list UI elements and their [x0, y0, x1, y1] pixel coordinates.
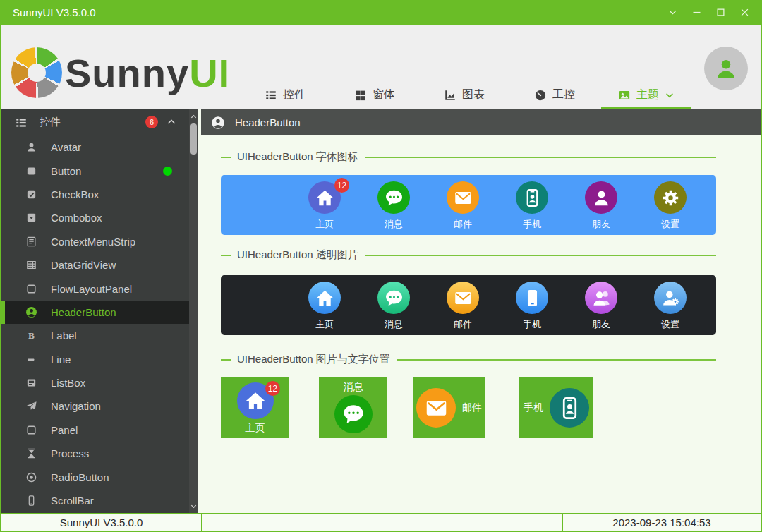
- sidebar: 控件 6 AvatarButtonCheckBoxComboboxContext…: [1, 109, 198, 513]
- tile-button-消息[interactable]: 消息: [319, 377, 387, 438]
- header-button-主页[interactable]: 主页: [290, 282, 359, 335]
- header-button-手机[interactable]: 手机: [497, 282, 567, 335]
- scrollbar-icon: [25, 495, 38, 507]
- menu-list-icon: [15, 116, 28, 129]
- app-header: SunnyUI 控件窗体图表工控主题: [1, 25, 761, 109]
- header-button-消息[interactable]: 消息: [359, 282, 428, 335]
- close-icon[interactable]: [737, 5, 752, 20]
- sidebar-list: AvatarButtonCheckBoxComboboxContextMenuS…: [1, 135, 189, 513]
- tile-button-手机[interactable]: 手机: [519, 377, 593, 438]
- minimize-icon[interactable]: [689, 5, 704, 20]
- section-title-font-icons: UIHeaderButton 字体图标: [221, 150, 716, 164]
- status-dot: [163, 167, 172, 176]
- page-header: HeaderButton: [201, 109, 761, 135]
- header-button-朋友[interactable]: 朋友: [567, 282, 636, 335]
- radio-icon: [25, 471, 38, 483]
- datagrid-icon: [25, 259, 38, 271]
- chevron-up-icon[interactable]: [166, 116, 177, 128]
- sidebar-item-contextmenustrip[interactable]: ContextMenuStrip: [1, 230, 189, 253]
- tile-button-邮件[interactable]: 邮件: [413, 377, 485, 438]
- sidebar-header[interactable]: 控件 6: [1, 109, 198, 135]
- sidebar-item-datagridview[interactable]: DataGridView: [1, 253, 189, 277]
- phone-icon: [516, 282, 548, 314]
- sidebar-item-line[interactable]: Line: [1, 348, 189, 371]
- button-icon: [25, 165, 38, 177]
- position-tiles: 主页12消息邮件手机: [221, 377, 716, 438]
- status-datetime: 2023-09-23 15:04:53: [563, 514, 761, 531]
- sidebar-item-checkbox[interactable]: CheckBox: [1, 183, 189, 206]
- app-window: SunnyUI V3.5.0.0 SunnyUI 控件窗体图表工控主题: [0, 0, 762, 532]
- header-button-邮件[interactable]: 邮件: [428, 181, 497, 235]
- chat-icon: [377, 282, 410, 314]
- notification-badge: 12: [334, 178, 349, 193]
- windows-icon: [354, 89, 367, 102]
- page-content: UIHeaderButton 字体图标 12主页消息邮件手机朋友设置 UIHea…: [198, 150, 761, 438]
- chat-icon: [377, 181, 410, 214]
- maximize-icon[interactable]: [713, 5, 728, 20]
- home-icon: [308, 282, 341, 314]
- sidebar-header-label: 控件: [40, 116, 61, 129]
- user-avatar[interactable]: [704, 47, 748, 90]
- scroll-up-icon[interactable]: [189, 111, 198, 122]
- headerbutton-panel-blue: 12主页消息邮件手机朋友设置: [221, 175, 716, 235]
- statusbar: SunnyUI V3.5.0.0 2023-09-23 15:04:53: [1, 513, 761, 531]
- header-button-设置[interactable]: 设置: [636, 282, 705, 335]
- line-icon: [25, 353, 38, 365]
- sidebar-item-avatar[interactable]: Avatar: [1, 135, 189, 159]
- phone-person-icon: [550, 388, 589, 428]
- header-button-朋友[interactable]: 朋友: [567, 181, 636, 235]
- sidebar-item-combobox[interactable]: Combobox: [1, 206, 189, 229]
- person-gear-icon: [654, 282, 687, 314]
- sidebar-item-label[interactable]: BLabel: [1, 324, 189, 347]
- svg-text:B: B: [28, 330, 35, 341]
- nav-tab-controls[interactable]: 控件: [240, 80, 330, 109]
- logo-text: SunnyUI: [65, 53, 230, 94]
- headerbutton-panel-dark: 主页消息邮件手机朋友设置: [221, 275, 716, 335]
- panel-icon: [25, 424, 38, 436]
- phone-person-icon: [516, 181, 548, 214]
- tile-button-主页[interactable]: 主页12: [221, 377, 289, 438]
- image-icon: [618, 89, 631, 102]
- mail-icon: [416, 388, 456, 428]
- person-circle-icon: [211, 116, 225, 130]
- sidebar-item-headerbutton[interactable]: HeaderButton: [1, 301, 189, 324]
- main-panel: HeaderButton UIHeaderButton 字体图标 12主页消息邮…: [198, 109, 761, 513]
- mail-icon: [447, 181, 479, 214]
- listbox-icon: [25, 377, 38, 389]
- combobox-icon: [25, 212, 38, 224]
- section-title-transparent-images: UIHeaderButton 透明图片: [221, 248, 716, 262]
- sidebar-item-button[interactable]: Button: [1, 159, 189, 182]
- header-button-邮件[interactable]: 邮件: [428, 282, 497, 335]
- header-button-手机[interactable]: 手机: [497, 181, 567, 235]
- titlebar: SunnyUI V3.5.0.0: [1, 0, 761, 25]
- nav-tab-industrial[interactable]: 工控: [509, 80, 600, 109]
- chevron-down-icon[interactable]: [665, 5, 680, 20]
- body: 控件 6 AvatarButtonCheckBoxComboboxContext…: [1, 109, 761, 513]
- sunnyui-logo-icon: [11, 47, 62, 98]
- sidebar-scrollbar[interactable]: [189, 109, 198, 513]
- plane-icon: [25, 400, 38, 412]
- person-circle-icon: [25, 306, 38, 318]
- scroll-down-icon[interactable]: [189, 500, 198, 512]
- sidebar-item-radiobutton[interactable]: RadioButton: [1, 465, 189, 488]
- nav-tab-forms[interactable]: 窗体: [329, 80, 420, 109]
- sidebar-item-scrollbar[interactable]: ScrollBar: [1, 489, 189, 512]
- status-middle: [202, 514, 563, 531]
- sidebar-item-listbox[interactable]: ListBox: [1, 371, 189, 394]
- sidebar-item-flowlayoutpanel[interactable]: FlowLayoutPanel: [1, 277, 189, 300]
- nav-tab-theme[interactable]: 主题: [601, 80, 691, 109]
- section-title-text-position: UIHeaderButton 图片与文字位置: [221, 353, 716, 366]
- avatar-icon: [25, 141, 38, 153]
- titlebar-controls: [665, 5, 752, 20]
- header-button-消息[interactable]: 消息: [359, 181, 428, 235]
- nav-tab-charts[interactable]: 图表: [419, 80, 509, 109]
- sidebar-badge: 6: [145, 116, 158, 128]
- sidebar-item-process[interactable]: Process: [1, 442, 189, 465]
- sidebar-item-navigation[interactable]: Navigation: [1, 394, 189, 418]
- sidebar-item-panel[interactable]: Panel: [1, 418, 189, 442]
- scrollbar-thumb[interactable]: [190, 123, 197, 155]
- chevron-down-icon: [665, 90, 675, 100]
- header-button-主页[interactable]: 12主页: [290, 181, 359, 235]
- panel-icon: [25, 283, 38, 295]
- header-button-设置[interactable]: 设置: [636, 181, 705, 235]
